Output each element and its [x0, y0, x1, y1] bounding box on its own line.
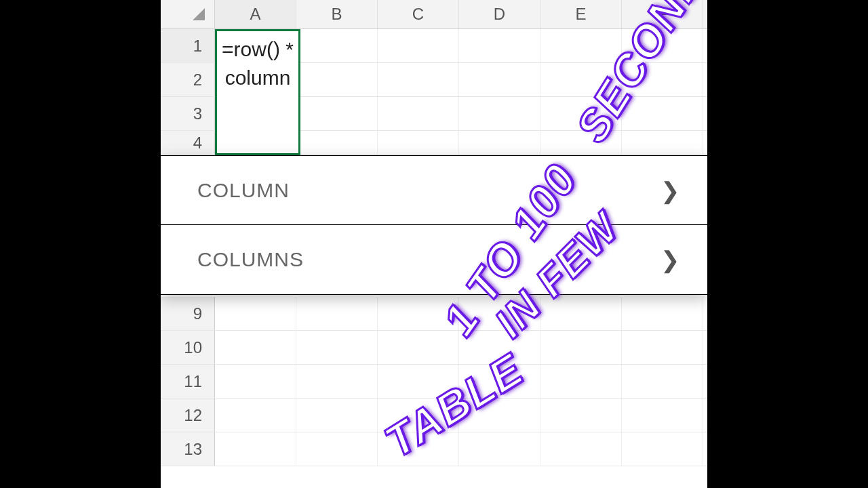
cell[interactable]: [459, 97, 540, 130]
grid-bottom: 9 10 11 12 13: [161, 297, 707, 466]
cell[interactable]: [459, 365, 540, 398]
cell[interactable]: [459, 63, 540, 96]
cell[interactable]: [296, 29, 378, 62]
cell[interactable]: [622, 131, 703, 155]
formula-suggestion-panel: COLUMN ❯ COLUMNS ❯: [161, 155, 707, 295]
cell[interactable]: [540, 63, 622, 96]
row-header[interactable]: 2: [161, 63, 215, 96]
cell[interactable]: [540, 399, 622, 432]
active-cell-editor[interactable]: =row() * column: [215, 29, 300, 155]
formula-text: =row() * column: [217, 35, 298, 92]
cell[interactable]: [378, 97, 459, 130]
row-header[interactable]: 9: [161, 297, 215, 330]
cell[interactable]: [296, 331, 378, 364]
cell[interactable]: [378, 331, 459, 364]
cell[interactable]: [540, 365, 622, 398]
cell[interactable]: [378, 297, 459, 330]
table-row: 9: [161, 297, 707, 331]
cell[interactable]: [622, 29, 703, 62]
cell[interactable]: [622, 331, 703, 364]
cell[interactable]: [378, 29, 459, 62]
cell[interactable]: [622, 432, 703, 466]
cell[interactable]: [378, 432, 459, 466]
cell[interactable]: [215, 399, 296, 432]
cell[interactable]: [378, 399, 459, 432]
cell[interactable]: [622, 97, 703, 130]
cell[interactable]: [296, 97, 378, 130]
cell[interactable]: [378, 365, 459, 398]
suggestion-item-columns[interactable]: COLUMNS ❯: [161, 225, 707, 294]
cell[interactable]: [459, 432, 540, 466]
table-row: 12: [161, 399, 707, 432]
column-header-C[interactable]: C: [378, 0, 459, 28]
chevron-right-icon: ❯: [660, 246, 680, 273]
cell[interactable]: [459, 131, 540, 155]
table-row: 10: [161, 331, 707, 365]
cell[interactable]: [215, 331, 296, 364]
row-header[interactable]: 3: [161, 97, 215, 130]
cell[interactable]: [540, 131, 622, 155]
cell[interactable]: [459, 331, 540, 364]
spreadsheet-app: A B C D E F 1 2 3 4 =row() * column COLU…: [161, 0, 707, 488]
column-header-A[interactable]: A: [215, 0, 296, 28]
suggestion-item-column[interactable]: COLUMN ❯: [161, 156, 707, 225]
cell[interactable]: [296, 399, 378, 432]
cell[interactable]: [296, 131, 378, 155]
row-header[interactable]: 10: [161, 331, 215, 364]
cell[interactable]: [459, 399, 540, 432]
corner-triangle-icon: [193, 8, 205, 20]
cell[interactable]: [215, 297, 296, 330]
column-header-D[interactable]: D: [459, 0, 540, 28]
right-letterbox: [707, 0, 868, 488]
cell[interactable]: [540, 29, 622, 62]
row-header[interactable]: 13: [161, 432, 215, 466]
cell[interactable]: [540, 297, 622, 330]
cell[interactable]: [540, 97, 622, 130]
row-header[interactable]: 4: [161, 131, 215, 155]
column-header-F[interactable]: F: [622, 0, 703, 28]
cell[interactable]: [296, 63, 378, 96]
suggestion-label: COLUMNS: [197, 248, 304, 271]
cell[interactable]: [459, 29, 540, 62]
table-row: 11: [161, 365, 707, 399]
cell[interactable]: [215, 432, 296, 466]
cell[interactable]: [622, 365, 703, 398]
chevron-right-icon: ❯: [660, 177, 680, 204]
cell[interactable]: [378, 131, 459, 155]
cell[interactable]: [296, 365, 378, 398]
cell[interactable]: [296, 432, 378, 466]
select-all-corner[interactable]: [161, 0, 215, 28]
row-header[interactable]: 12: [161, 399, 215, 432]
cell[interactable]: [378, 63, 459, 96]
left-letterbox: [0, 0, 161, 488]
cell[interactable]: [622, 297, 703, 330]
cell[interactable]: [296, 297, 378, 330]
table-row: 13: [161, 432, 707, 466]
cell[interactable]: [540, 331, 622, 364]
row-header[interactable]: 11: [161, 365, 215, 398]
cell[interactable]: [622, 63, 703, 96]
column-header-B[interactable]: B: [296, 0, 378, 28]
cell[interactable]: [215, 365, 296, 398]
cell[interactable]: [540, 432, 622, 466]
row-header[interactable]: 1: [161, 29, 215, 62]
cell[interactable]: [622, 399, 703, 432]
suggestion-label: COLUMN: [197, 179, 290, 202]
column-header-E[interactable]: E: [540, 0, 622, 28]
column-header-row: A B C D E F: [161, 0, 707, 29]
cell[interactable]: [459, 297, 540, 330]
